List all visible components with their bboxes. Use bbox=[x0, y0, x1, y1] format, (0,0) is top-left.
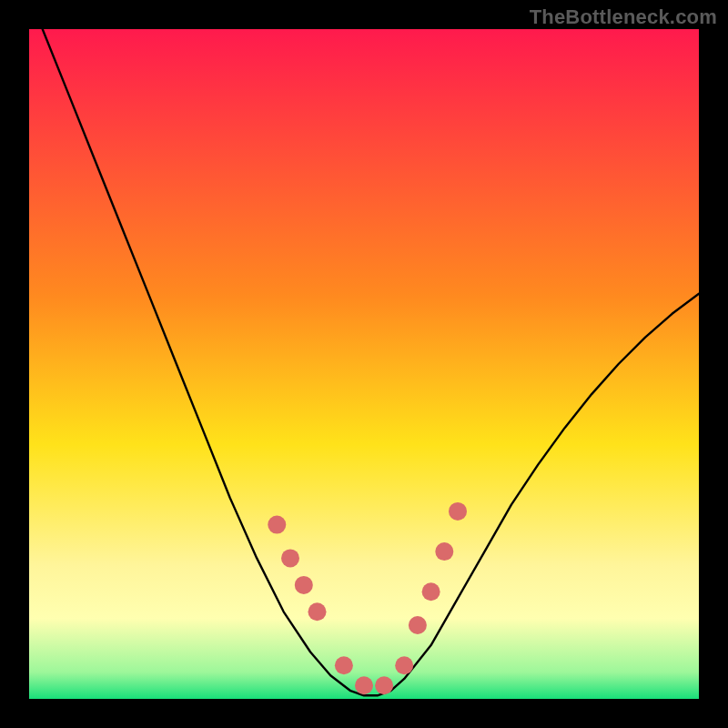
data-marker bbox=[281, 549, 299, 567]
data-marker bbox=[295, 576, 313, 594]
data-marker bbox=[435, 542, 453, 561]
data-marker bbox=[449, 502, 467, 521]
plot-area bbox=[29, 29, 699, 699]
data-marker bbox=[422, 582, 440, 601]
data-marker bbox=[335, 656, 353, 674]
data-marker bbox=[375, 676, 393, 694]
bottleneck-curve-svg bbox=[29, 29, 699, 699]
chart-frame: TheBottleneck.com bbox=[0, 0, 728, 728]
watermark: TheBottleneck.com bbox=[530, 5, 717, 29]
data-marker bbox=[409, 616, 427, 634]
gradient-background bbox=[29, 29, 699, 699]
data-marker bbox=[308, 602, 327, 621]
data-marker bbox=[355, 676, 373, 694]
data-marker bbox=[395, 656, 413, 674]
data-marker bbox=[268, 516, 286, 534]
